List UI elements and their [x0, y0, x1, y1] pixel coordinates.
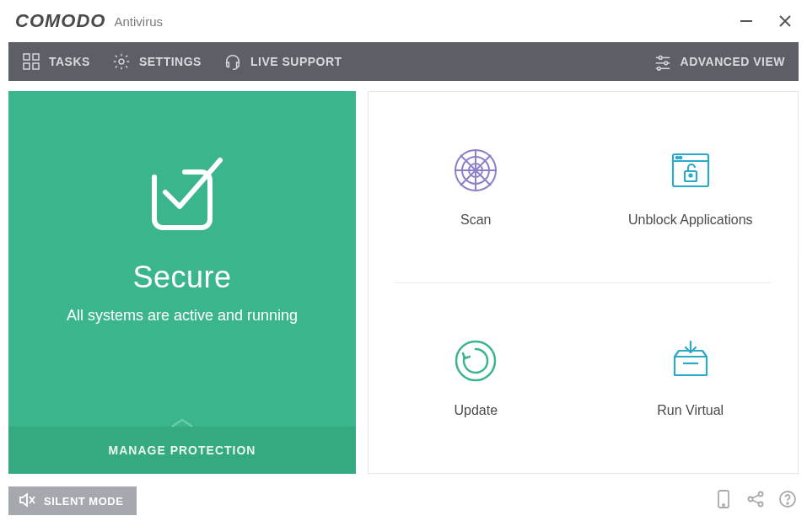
- gear-icon: [112, 52, 131, 71]
- brand-logo: COMODO: [15, 10, 105, 32]
- svg-point-21: [676, 157, 678, 159]
- close-button[interactable]: [778, 14, 792, 28]
- action-tiles: Scan Unblock Applications: [368, 91, 799, 474]
- svg-point-28: [723, 504, 724, 506]
- status-subtitle: All systems are active and running: [67, 307, 298, 325]
- svg-rect-4: [33, 63, 39, 69]
- tasks-icon: [22, 52, 40, 71]
- toolbar: TASKS SETTINGS LIVE SUPPORT ADVANCE: [8, 42, 799, 81]
- svg-point-25: [456, 341, 495, 380]
- unblock-label: Unblock Applications: [628, 212, 753, 228]
- svg-line-32: [752, 495, 759, 498]
- secure-check-icon: [136, 143, 229, 239]
- manage-protection-button[interactable]: MANAGE PROTECTION: [8, 427, 356, 474]
- svg-point-35: [787, 502, 788, 504]
- footer: SILENT MODE: [0, 482, 807, 516]
- product-name: Antivirus: [114, 14, 163, 29]
- advanced-view-button[interactable]: ADVANCED VIEW: [654, 52, 785, 71]
- window-controls: [740, 14, 792, 28]
- run-virtual-tile[interactable]: Run Virtual: [584, 282, 799, 473]
- share-icon[interactable]: [746, 490, 765, 508]
- unblock-icon: [668, 147, 713, 194]
- svg-point-9: [664, 62, 667, 65]
- svg-rect-0: [740, 20, 752, 22]
- svg-point-11: [657, 67, 660, 70]
- live-support-label: LIVE SUPPORT: [250, 55, 342, 68]
- scan-icon: [453, 147, 498, 194]
- mobile-icon[interactable]: [714, 490, 733, 508]
- settings-button[interactable]: SETTINGS: [112, 52, 202, 71]
- run-virtual-label: Run Virtual: [657, 403, 724, 418]
- update-label: Update: [454, 403, 498, 418]
- live-support-button[interactable]: LIVE SUPPORT: [223, 52, 342, 71]
- settings-label: SETTINGS: [139, 55, 202, 68]
- update-icon: [453, 337, 498, 384]
- run-virtual-icon: [668, 337, 713, 384]
- scan-tile[interactable]: Scan: [369, 92, 584, 282]
- svg-rect-3: [24, 63, 30, 69]
- svg-line-33: [752, 500, 759, 503]
- tasks-button[interactable]: TASKS: [22, 52, 90, 71]
- svg-point-24: [689, 175, 691, 177]
- scan-label: Scan: [460, 212, 491, 228]
- sliders-icon: [654, 52, 672, 71]
- svg-point-5: [119, 59, 124, 64]
- update-tile[interactable]: Update: [369, 282, 584, 473]
- unblock-applications-tile[interactable]: Unblock Applications: [584, 92, 799, 282]
- silent-mode-button[interactable]: SILENT MODE: [8, 486, 137, 515]
- tasks-label: TASKS: [49, 55, 90, 68]
- svg-rect-1: [24, 54, 30, 60]
- svg-rect-2: [33, 54, 39, 60]
- headset-icon: [223, 52, 242, 71]
- status-title: Secure: [132, 260, 231, 295]
- svg-point-7: [659, 56, 662, 60]
- main-area: Secure All systems are active and runnin…: [0, 81, 807, 482]
- silent-mode-label: SILENT MODE: [44, 495, 123, 508]
- speaker-mute-icon: [19, 492, 35, 510]
- help-icon[interactable]: [778, 490, 797, 508]
- titlebar: COMODO Antivirus: [0, 0, 807, 42]
- svg-point-22: [680, 157, 681, 159]
- advanced-view-label: ADVANCED VIEW: [681, 55, 785, 68]
- minimize-button[interactable]: [740, 14, 753, 28]
- footer-icons: [714, 490, 797, 508]
- status-panel: Secure All systems are active and runnin…: [8, 91, 356, 474]
- chevron-up-icon: [169, 416, 195, 432]
- manage-protection-label: MANAGE PROTECTION: [109, 443, 256, 457]
